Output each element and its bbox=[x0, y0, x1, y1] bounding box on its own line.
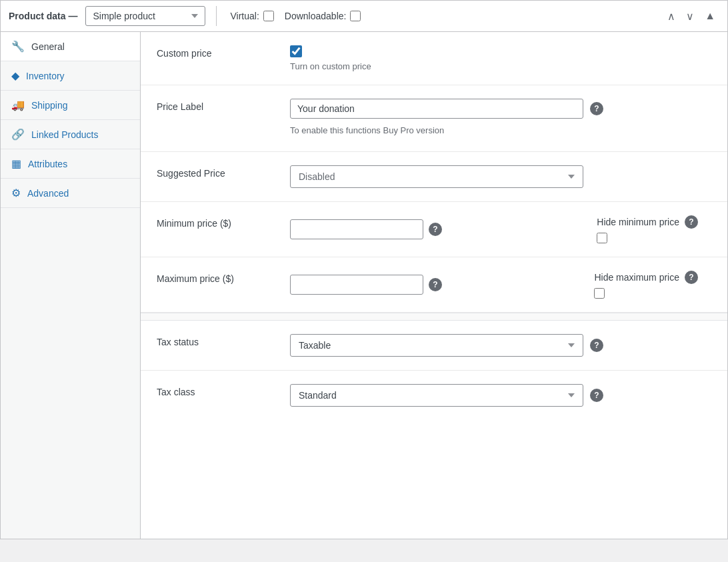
pro-notice: To enable this functions Buy Pro version bbox=[290, 123, 711, 138]
link-icon: 🔗 bbox=[11, 128, 25, 141]
tax-class-help-icon[interactable]: ? bbox=[590, 389, 603, 402]
hide-minimum-checkbox[interactable] bbox=[597, 233, 607, 243]
minimum-price-input[interactable] bbox=[290, 219, 423, 239]
downloadable-checkbox[interactable] bbox=[350, 11, 361, 21]
custom-price-checkbox[interactable] bbox=[290, 45, 302, 57]
suggested-price-row: Suggested Price Disabled Enabled bbox=[141, 152, 727, 202]
custom-price-field: Turn on custom price bbox=[290, 45, 711, 71]
tax-class-field: Standard Reduced rate Zero rate ? bbox=[290, 384, 711, 407]
minimum-price-field: ? Hide minimum price ? bbox=[290, 215, 711, 243]
virtual-label: Virtual: bbox=[230, 11, 259, 21]
suggested-price-select[interactable]: Disabled Enabled bbox=[290, 165, 583, 188]
sidebar-item-inventory[interactable]: ◆ Inventory bbox=[1, 61, 140, 91]
price-label-help-icon[interactable]: ? bbox=[590, 102, 603, 115]
product-type-select[interactable]: Simple product bbox=[85, 6, 205, 26]
hide-minimum-label: Hide minimum price bbox=[597, 217, 679, 227]
section-divider bbox=[141, 313, 727, 321]
truck-icon: 🚚 bbox=[11, 99, 25, 111]
sidebar-label-linked-products: Linked Products bbox=[31, 129, 98, 140]
virtual-checkbox[interactable] bbox=[263, 11, 274, 21]
suggested-price-label: Suggested Price bbox=[157, 165, 290, 179]
downloadable-checkbox-label[interactable]: Downloadable: bbox=[285, 11, 361, 21]
sidebar-item-attributes[interactable]: ▦ Attributes bbox=[1, 149, 140, 179]
diamond-icon: ◆ bbox=[11, 69, 19, 82]
minimum-price-label: Minimum price ($) bbox=[157, 215, 290, 229]
minimum-price-help-icon[interactable]: ? bbox=[429, 223, 442, 236]
tax-status-field: Taxable Shipping only None ? bbox=[290, 334, 711, 357]
price-label-label: Price Label bbox=[157, 99, 290, 112]
virtual-checkbox-label[interactable]: Virtual: bbox=[230, 11, 273, 21]
suggested-price-field: Disabled Enabled bbox=[290, 165, 711, 188]
maximum-price-label: Maximum price ($) bbox=[157, 271, 290, 284]
header-controls: ∧ ∨ ▲ bbox=[663, 9, 719, 24]
maximum-price-help-icon[interactable]: ? bbox=[429, 278, 442, 291]
hide-maximum-help-icon[interactable]: ? bbox=[685, 271, 698, 284]
grid-icon: ▦ bbox=[11, 157, 21, 170]
sidebar-label-shipping: Shipping bbox=[31, 100, 68, 111]
maximum-price-field: ? Hide maximum price ? bbox=[290, 271, 711, 299]
sidebar-item-general[interactable]: 🔧 General bbox=[1, 32, 140, 61]
maximum-price-input[interactable] bbox=[290, 275, 423, 295]
gear-icon: ⚙ bbox=[11, 187, 21, 199]
content-area: Custom price Turn on custom price Price … bbox=[141, 32, 727, 539]
product-data-body: 🔧 General ◆ Inventory 🚚 Shipping 🔗 Linke… bbox=[1, 32, 727, 539]
header-checkboxes: Virtual: Downloadable: bbox=[230, 11, 361, 21]
header-divider bbox=[216, 6, 217, 26]
sidebar: 🔧 General ◆ Inventory 🚚 Shipping 🔗 Linke… bbox=[1, 32, 141, 539]
downloadable-label: Downloadable: bbox=[285, 11, 347, 21]
sidebar-item-linked-products[interactable]: 🔗 Linked Products bbox=[1, 120, 140, 149]
sidebar-label-inventory: Inventory bbox=[26, 71, 65, 81]
hide-maximum-label: Hide maximum price bbox=[594, 272, 679, 283]
custom-price-hint: Turn on custom price bbox=[290, 61, 711, 71]
tax-class-row: Tax class Standard Reduced rate Zero rat… bbox=[141, 371, 727, 420]
tax-class-select[interactable]: Standard Reduced rate Zero rate bbox=[290, 384, 583, 407]
sidebar-label-general: General bbox=[31, 41, 65, 52]
hide-maximum-checkbox[interactable] bbox=[594, 288, 605, 299]
minimum-price-row: Minimum price ($) ? Hide minimum price ? bbox=[141, 202, 727, 257]
wrench-icon: 🔧 bbox=[11, 40, 25, 53]
tax-class-label: Tax class bbox=[157, 384, 290, 397]
product-data-title: Product data — bbox=[9, 11, 77, 21]
sidebar-label-advanced: Advanced bbox=[27, 188, 69, 199]
sidebar-item-advanced[interactable]: ⚙ Advanced bbox=[1, 179, 140, 208]
sidebar-item-shipping[interactable]: 🚚 Shipping bbox=[1, 91, 140, 120]
price-label-row: Price Label ? To enable this functions B… bbox=[141, 85, 727, 152]
sidebar-label-attributes: Attributes bbox=[28, 159, 67, 169]
price-label-field: ? To enable this functions Buy Pro versi… bbox=[290, 99, 711, 138]
maximum-price-row: Maximum price ($) ? Hide maximum price ? bbox=[141, 257, 727, 313]
collapse-up-button[interactable]: ∧ bbox=[663, 9, 679, 24]
custom-price-label: Custom price bbox=[157, 45, 290, 59]
product-data-panel: Product data — Simple product Virtual: D… bbox=[0, 0, 728, 539]
expand-button[interactable]: ▲ bbox=[701, 9, 719, 24]
tax-status-row: Tax status Taxable Shipping only None ? bbox=[141, 321, 727, 371]
price-label-input[interactable] bbox=[290, 99, 583, 119]
tax-status-select[interactable]: Taxable Shipping only None bbox=[290, 334, 583, 357]
tax-status-label: Tax status bbox=[157, 334, 290, 347]
tax-status-help-icon[interactable]: ? bbox=[590, 339, 603, 352]
custom-price-row: Custom price Turn on custom price bbox=[141, 32, 727, 85]
product-data-header: Product data — Simple product Virtual: D… bbox=[1, 1, 727, 32]
collapse-down-button[interactable]: ∨ bbox=[682, 9, 698, 24]
hide-minimum-help-icon[interactable]: ? bbox=[685, 215, 698, 229]
